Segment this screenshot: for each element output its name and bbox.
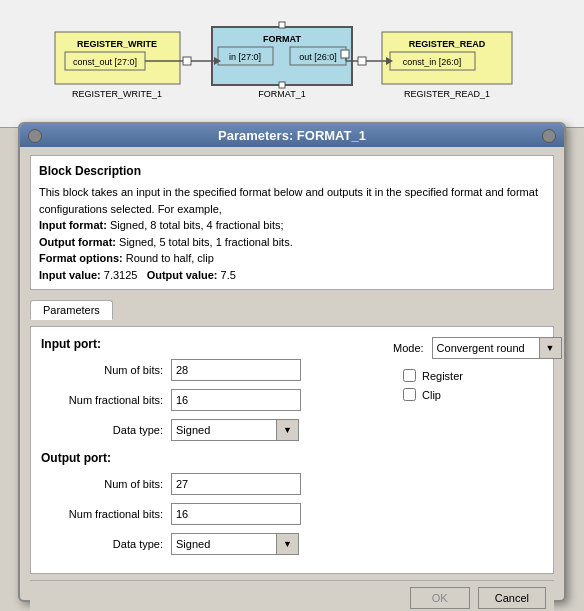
output-data-type-row: Data type: Signed Unsigned ▼ xyxy=(41,533,373,555)
input-format-label: Input format: xyxy=(39,219,107,231)
tab-parameters[interactable]: Parameters xyxy=(30,300,113,320)
svg-text:in [27:0]: in [27:0] xyxy=(229,52,261,62)
tab-bar: Parameters xyxy=(30,300,554,320)
clip-label: Clip xyxy=(422,389,441,401)
output-num-bits-input[interactable] xyxy=(171,473,301,495)
diagram-svg: REGISTER_WRITE const_out [27:0] REGISTER… xyxy=(0,0,584,128)
svg-text:const_in [26:0]: const_in [26:0] xyxy=(403,57,462,67)
output-num-frac-input[interactable] xyxy=(171,503,301,525)
params-left: Input port: Num of bits: Num fractional … xyxy=(41,337,373,563)
output-data-type-select[interactable]: Signed Unsigned xyxy=(171,533,277,555)
svg-text:FORMAT_1: FORMAT_1 xyxy=(258,89,305,99)
input-num-bits-input[interactable] xyxy=(171,359,301,381)
mode-select[interactable]: Convergent round Round Truncate Floor Ce… xyxy=(432,337,540,359)
params-main: Input port: Num of bits: Num fractional … xyxy=(41,337,543,563)
mode-select-arrow[interactable]: ▼ xyxy=(540,337,562,359)
clip-checkbox[interactable] xyxy=(403,388,416,401)
output-value: 7.5 xyxy=(221,269,236,281)
input-data-type-row: Data type: Signed Unsigned ▼ xyxy=(41,419,373,441)
output-num-bits-row: Num of bits: xyxy=(41,473,373,495)
description-box: Block Description This block takes an in… xyxy=(30,155,554,290)
svg-rect-17 xyxy=(183,57,191,65)
diagram-area: REGISTER_WRITE const_out [27:0] REGISTER… xyxy=(0,0,584,128)
description-text: This block takes an input in the specifi… xyxy=(39,184,545,283)
svg-rect-26 xyxy=(341,50,349,58)
maximize-button[interactable] xyxy=(542,129,556,143)
dialog-title: Parameters: FORMAT_1 xyxy=(218,128,366,143)
parameters-panel: Input port: Num of bits: Num fractional … xyxy=(30,326,554,574)
input-data-type-select-wrap: Signed Unsigned ▼ xyxy=(171,419,299,441)
output-data-type-select-wrap: Signed Unsigned ▼ xyxy=(171,533,299,555)
dialog-content: Block Description This block takes an in… xyxy=(20,147,564,593)
svg-rect-28 xyxy=(279,82,285,88)
svg-text:FORMAT: FORMAT xyxy=(263,34,301,44)
input-port-title: Input port: xyxy=(41,337,373,351)
input-data-type-arrow[interactable]: ▼ xyxy=(277,419,299,441)
output-format-value: Signed, 5 total bits, 1 fractional bits. xyxy=(119,236,293,248)
description-detail: Input format: Signed, 8 total bits, 4 fr… xyxy=(39,219,293,281)
output-data-type-arrow[interactable]: ▼ xyxy=(277,533,299,555)
output-value-label: Output value: xyxy=(147,269,218,281)
cancel-button[interactable]: Cancel xyxy=(478,587,546,609)
output-data-type-label: Data type: xyxy=(41,538,171,550)
input-format-value: Signed, 8 total bits, 4 fractional bits; xyxy=(110,219,284,231)
format-options-label: Format options: xyxy=(39,252,123,264)
ok-button[interactable]: OK xyxy=(410,587,470,609)
svg-text:out [26:0]: out [26:0] xyxy=(299,52,337,62)
svg-text:REGISTER_READ_1: REGISTER_READ_1 xyxy=(404,89,490,99)
output-num-frac-label: Num fractional bits: xyxy=(41,508,171,520)
svg-text:REGISTER_READ: REGISTER_READ xyxy=(409,39,486,49)
svg-text:const_out [27:0]: const_out [27:0] xyxy=(73,57,137,67)
input-num-frac-input[interactable] xyxy=(171,389,301,411)
input-value-label: Input value: xyxy=(39,269,101,281)
description-title: Block Description xyxy=(39,162,545,180)
mode-select-wrap: Convergent round Round Truncate Floor Ce… xyxy=(432,337,562,359)
clip-checkbox-row: Clip xyxy=(393,388,543,401)
register-checkbox[interactable] xyxy=(403,369,416,382)
output-num-frac-row: Num fractional bits: xyxy=(41,503,373,525)
input-num-frac-row: Num fractional bits: xyxy=(41,389,373,411)
dialog-titlebar: Parameters: FORMAT_1 xyxy=(20,124,564,147)
input-num-bits-label: Num of bits: xyxy=(41,364,171,376)
svg-rect-27 xyxy=(279,22,285,28)
input-data-type-select[interactable]: Signed Unsigned xyxy=(171,419,277,441)
button-bar: OK Cancel xyxy=(30,580,554,611)
input-value: 7.3125 xyxy=(104,269,138,281)
output-format-label: Output format: xyxy=(39,236,116,248)
dialog-window: Parameters: FORMAT_1 Block Description T… xyxy=(18,122,566,602)
svg-text:REGISTER_WRITE: REGISTER_WRITE xyxy=(77,39,157,49)
register-checkbox-row: Register xyxy=(393,369,543,382)
svg-rect-21 xyxy=(358,57,366,65)
params-right: Mode: Convergent round Round Truncate Fl… xyxy=(383,337,543,563)
close-button[interactable] xyxy=(28,129,42,143)
register-label: Register xyxy=(422,370,463,382)
svg-text:REGISTER_WRITE_1: REGISTER_WRITE_1 xyxy=(72,89,162,99)
output-num-bits-label: Num of bits: xyxy=(41,478,171,490)
mode-row: Mode: Convergent round Round Truncate Fl… xyxy=(393,337,543,359)
output-port-title: Output port: xyxy=(41,451,373,465)
input-data-type-label: Data type: xyxy=(41,424,171,436)
input-num-frac-label: Num fractional bits: xyxy=(41,394,171,406)
format-options-value: Round to half, clip xyxy=(126,252,214,264)
input-num-bits-row: Num of bits: xyxy=(41,359,373,381)
mode-label: Mode: xyxy=(393,342,424,354)
